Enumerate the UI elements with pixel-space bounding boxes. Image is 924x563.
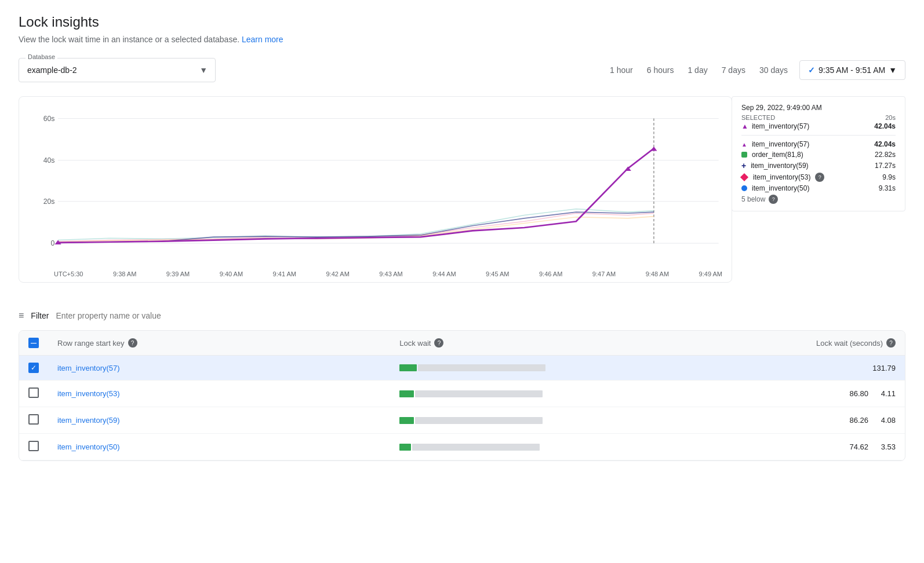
tooltip-item-value: 42.04s [874, 122, 896, 130]
time-range-button[interactable]: ✓ 9:35 AM - 9:51 AM ▼ [799, 60, 905, 80]
legend-icon-2 [741, 152, 747, 158]
row-link-2[interactable]: item_inventory(53) [57, 389, 120, 398]
lock-wait-seconds-help-icon[interactable]: ? [886, 338, 896, 348]
tooltip-selected-item: ▲ item_inventory(57) 42.04s [741, 122, 896, 130]
filter-label: Filter [31, 311, 49, 320]
legend-icon-1: ▲ [741, 141, 747, 148]
filter-row: ≡ Filter [19, 310, 905, 321]
bar-gray-4 [412, 444, 540, 451]
row-checkbox-cell-3[interactable] [19, 407, 48, 434]
row-checkbox-cell-1[interactable] [19, 356, 48, 381]
row-link-cell-4: item_inventory(50) [48, 434, 390, 460]
row-link-3[interactable]: item_inventory(59) [57, 416, 120, 425]
row-lock-wait-seconds-4: 3.53 [881, 443, 896, 451]
page-title: Lock insights [19, 14, 905, 30]
legend-label-3: item_inventory(59) [751, 162, 808, 170]
svg-text:20s: 20s [43, 198, 55, 206]
row-checkbox-cell-4[interactable] [19, 434, 48, 460]
row-lock-wait-1: 131.79 [872, 364, 896, 372]
legend-icon-4 [740, 173, 748, 181]
row-lock-wait-seconds-2: 4.11 [881, 389, 896, 398]
legend-label-1: item_inventory(57) [752, 140, 809, 148]
table-body: item_inventory(57) 131.79 [19, 356, 905, 460]
learn-more-link[interactable]: Learn more [242, 35, 283, 44]
row-lock-wait-3: 86.26 [849, 416, 868, 425]
row-range-help-icon[interactable]: ? [128, 338, 137, 348]
row-link-1[interactable]: item_inventory(57) [57, 364, 120, 372]
tooltip-selected-label: SELECTED [741, 114, 775, 121]
tooltip-item-label: item_inventory(57) [752, 122, 809, 130]
row-value-cell-1: 131.79 [564, 356, 905, 381]
svg-text:40s: 40s [43, 156, 55, 164]
tooltip-selected-value: 20s [885, 114, 896, 121]
row-bar-3 [399, 417, 555, 424]
th-lock-wait-seconds-label: Lock wait (seconds) [816, 339, 883, 348]
table-container: Row range start key ? Lock wait ? Lock w… [19, 330, 905, 461]
row-bar-2 [399, 390, 555, 397]
time-btn-6hours[interactable]: 6 hours [640, 61, 681, 79]
row-bar-cell-4 [390, 434, 564, 460]
filter-input[interactable] [56, 311, 905, 320]
table-row: item_inventory(50) 74.62 3.53 [19, 434, 905, 460]
legend-label-5: item_inventory(50) [752, 184, 809, 192]
row-lock-wait-4: 74.62 [849, 443, 868, 451]
legend-value-2: 22.82s [875, 151, 896, 159]
bar-green-3 [399, 417, 414, 424]
time-btn-1day[interactable]: 1 day [681, 61, 714, 79]
time-btn-1hour[interactable]: 1 hour [603, 61, 640, 79]
database-select[interactable]: example-db-2 example-db-1 [19, 58, 216, 82]
time-btn-30days[interactable]: 30 days [752, 61, 795, 79]
row-link-cell-3: item_inventory(59) [48, 407, 390, 434]
row-checkbox-1[interactable] [28, 363, 39, 373]
legend-item-1: ▲ item_inventory(57) 42.04s [741, 140, 896, 148]
legend-below-help-icon[interactable]: ? [769, 195, 778, 204]
row-lock-wait-2: 86.80 [849, 389, 868, 398]
bar-gray-1 [418, 364, 545, 371]
th-lock-wait: Lock wait ? [390, 331, 564, 356]
dropdown-arrow-icon: ▼ [889, 65, 897, 75]
legend-value-4: 9.9s [882, 173, 896, 181]
row-value-cell-4: 74.62 3.53 [564, 434, 905, 460]
th-lock-wait-seconds: Lock wait (seconds) ? [564, 331, 905, 356]
svg-text:0: 0 [51, 239, 55, 247]
page-subtitle: View the lock wait time in an instance o… [19, 35, 905, 44]
legend-value-1: 42.04s [874, 140, 896, 148]
row-checkbox-3[interactable] [28, 414, 39, 425]
row-value-cell-2: 86.80 4.11 [564, 381, 905, 407]
legend-item-5: item_inventory(50) 9.31s [741, 184, 896, 192]
database-label: Database [26, 53, 57, 60]
legend-below-row: 5 below ? [741, 195, 896, 204]
svg-text:60s: 60s [43, 115, 55, 123]
time-controls: 1 hour 6 hours 1 day 7 days 30 days ✓ 9:… [603, 60, 905, 80]
legend-help-4[interactable]: ? [815, 173, 824, 182]
time-btn-7days[interactable]: 7 days [715, 61, 752, 79]
header-checkbox[interactable] [28, 338, 39, 348]
legend-list: ▲ item_inventory(57) 42.04s order_item(8… [741, 140, 896, 204]
legend-below-label: 5 below [741, 195, 765, 203]
bar-gray-2 [415, 390, 543, 397]
page-container: Lock insights View the lock wait time in… [0, 0, 924, 475]
row-bar-cell-2 [390, 381, 564, 407]
row-checkbox-2[interactable] [28, 387, 39, 398]
legend-icon-5 [741, 185, 747, 191]
th-row-range-label: Row range start key [57, 339, 125, 348]
row-checkbox-4[interactable] [28, 441, 39, 451]
table-row: item_inventory(59) 86.26 4.08 [19, 407, 905, 434]
row-link-4[interactable]: item_inventory(50) [57, 443, 120, 451]
row-link-cell-2: item_inventory(53) [48, 381, 390, 407]
table-row: item_inventory(57) 131.79 [19, 356, 905, 381]
row-checkbox-cell-2[interactable] [19, 381, 48, 407]
bar-gray-3 [415, 417, 543, 424]
chart-container: 60s 40s 20s 0 [19, 106, 732, 268]
filter-icon: ≡ [19, 310, 24, 321]
bar-green-1 [399, 364, 417, 371]
database-select-wrapper: Database example-db-2 example-db-1 ▼ [19, 58, 216, 82]
table-header-row: Row range start key ? Lock wait ? Lock w… [19, 331, 905, 356]
row-value-cell-3: 86.26 4.08 [564, 407, 905, 434]
tooltip-triangle-icon: ▲ [741, 122, 748, 130]
legend-item-2: order_item(81,8) 22.82s [741, 151, 896, 159]
row-lock-wait-seconds-3: 4.08 [881, 416, 896, 425]
svg-marker-11 [650, 147, 657, 151]
lock-wait-help-icon[interactable]: ? [434, 338, 443, 348]
legend-label-2: order_item(81,8) [752, 151, 803, 159]
